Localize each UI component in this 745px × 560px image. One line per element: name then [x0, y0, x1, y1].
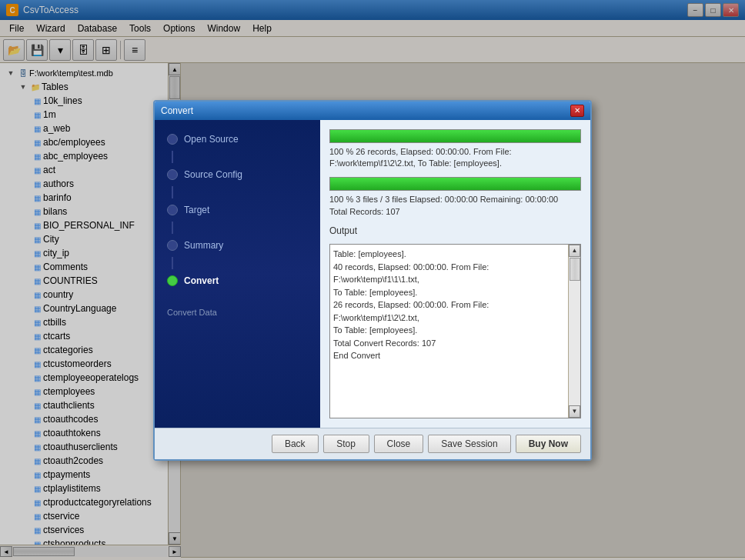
output-line-5: To Table: [employees].: [333, 324, 566, 337]
wizard-step-label: Summary: [184, 240, 223, 251]
wizard-step-label: Convert: [184, 275, 219, 286]
progress-text-1: 100 % 26 records, Elapsed: 00:00:00. Fro…: [329, 146, 581, 170]
progress-text-2: 100 % 3 files / 3 files Elapsed: 00:00:0…: [329, 194, 581, 218]
progress-bar-1: [329, 129, 581, 143]
output-scrollbar[interactable]: ▲ ▼: [568, 245, 580, 417]
output-line-6: Total Convert Records: 107: [333, 337, 566, 350]
output-scroll-up[interactable]: ▲: [569, 245, 580, 257]
modal-title: Convert: [161, 105, 193, 116]
modal-footer: Back Stop Close Save Session Buy Now: [155, 428, 590, 459]
step-connector: [172, 151, 173, 163]
wizard-step-target[interactable]: Target: [162, 198, 312, 222]
output-line-7: End Convert: [333, 349, 566, 362]
output-scroll-track[interactable]: [569, 257, 580, 405]
output-label: Output: [329, 225, 581, 236]
output-scroll-thumb[interactable]: [570, 258, 580, 281]
output-line-4: 26 records, Elapsed: 00:00:00. From File…: [333, 298, 566, 324]
step-connector: [172, 257, 173, 269]
step-indicator-summary: [167, 240, 178, 251]
buy-now-button[interactable]: Buy Now: [516, 435, 581, 453]
output-line-1: Table: [employees].: [333, 248, 566, 261]
step-indicator-convert: [167, 275, 178, 286]
wizard-step-label: Open Source: [184, 134, 239, 145]
progress-bar-2: [329, 177, 581, 191]
convert-dialog: Convert ✕ Open Source Source Config Ta: [153, 100, 592, 461]
close-button[interactable]: Close: [374, 435, 424, 453]
wizard-step-convert[interactable]: Convert: [162, 269, 312, 292]
progress-section-2: 100 % 3 files / 3 files Elapsed: 00:00:0…: [329, 177, 581, 218]
step-connector: [172, 186, 173, 198]
modal-body: Open Source Source Config Target Summary: [155, 120, 590, 428]
wizard-step-open-source[interactable]: Open Source: [162, 128, 312, 151]
modal-overlay: Convert ✕ Open Source Source Config Ta: [0, 0, 745, 560]
wizard-step-label: Target: [184, 205, 209, 215]
stop-button[interactable]: Stop: [323, 435, 369, 453]
modal-title-bar: Convert ✕: [155, 102, 590, 120]
output-line-3: To Table: [employees].: [333, 286, 566, 299]
progress-section-1: 100 % 26 records, Elapsed: 00:00:00. Fro…: [329, 129, 581, 170]
back-button[interactable]: Back: [272, 435, 319, 453]
output-scroll-down[interactable]: ▼: [569, 405, 580, 418]
wizard-step-label: Source Config: [184, 169, 242, 180]
output-box[interactable]: Table: [employees]. 40 records, Elapsed:…: [329, 244, 581, 418]
save-session-button[interactable]: Save Session: [428, 435, 510, 453]
step-indicator-source-config: [167, 169, 178, 180]
progress-fill-1: [330, 130, 580, 142]
step-indicator-target: [167, 205, 178, 215]
wizard-panel: Open Source Source Config Target Summary: [155, 120, 320, 428]
modal-close-button[interactable]: ✕: [570, 105, 584, 117]
convert-data-label: Convert Data: [162, 292, 312, 320]
wizard-step-summary[interactable]: Summary: [162, 234, 312, 257]
step-connector: [172, 222, 173, 234]
progress-fill-2: [330, 178, 580, 190]
content-panel: 100 % 26 records, Elapsed: 00:00:00. Fro…: [320, 120, 590, 428]
wizard-step-source-config[interactable]: Source Config: [162, 163, 312, 186]
step-indicator-open-source: [167, 134, 178, 145]
output-line-2: 40 records, Elapsed: 00:00:00. From File…: [333, 261, 566, 286]
